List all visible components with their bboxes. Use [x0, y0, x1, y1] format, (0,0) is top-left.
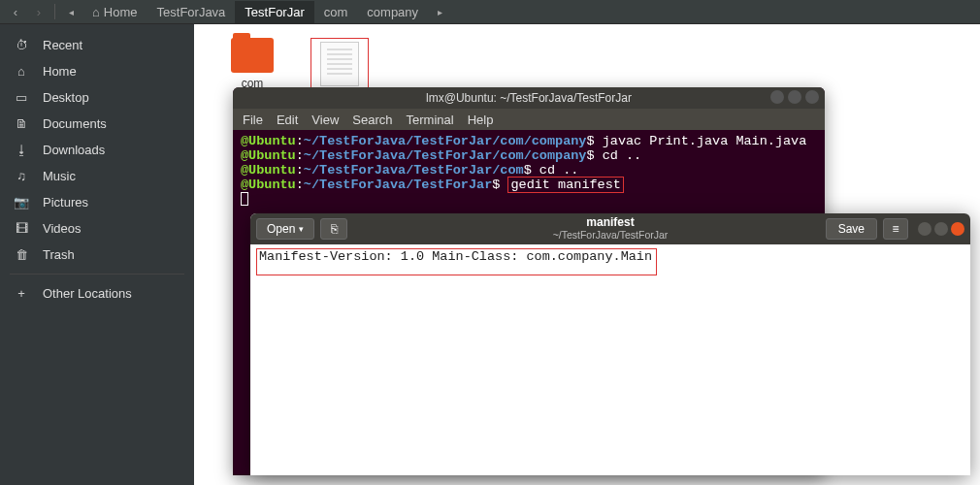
- folder-icon: [231, 38, 274, 73]
- breadcrumb-bar: ‹ › ◂ ⌂Home TestForJava TestForJar com c…: [0, 0, 980, 24]
- crumb-company[interactable]: company: [357, 1, 428, 23]
- home-icon: ⌂: [92, 5, 100, 19]
- path-more-icon[interactable]: ▸: [428, 2, 451, 21]
- new-doc-icon: ⎘: [331, 222, 338, 236]
- crumb-testforjar[interactable]: TestForJar: [235, 1, 313, 23]
- maximize-button[interactable]: [934, 222, 948, 236]
- menu-file[interactable]: File: [243, 113, 263, 127]
- nav-back-button[interactable]: ‹: [4, 2, 27, 21]
- places-sidebar: ⏱Recent ⌂Home ▭Desktop 🗎Documents ⭳Downl…: [0, 24, 194, 485]
- music-icon: ♫: [14, 169, 29, 183]
- gedit-headerbar[interactable]: Open▾ ⎘ manifest ~/TestForJava/TestForJa…: [250, 213, 970, 244]
- sidebar-music[interactable]: ♫Music: [0, 163, 194, 189]
- sidebar-videos[interactable]: 🎞Videos: [0, 215, 194, 242]
- maximize-button[interactable]: [788, 90, 801, 104]
- sidebar-label: Desktop: [43, 90, 89, 105]
- sidebar-label: Documents: [43, 116, 107, 131]
- sidebar-desktop[interactable]: ▭Desktop: [0, 84, 194, 111]
- sidebar-separator: [10, 274, 184, 275]
- sidebar-label: Videos: [43, 221, 82, 236]
- hamburger-menu-button[interactable]: ≡: [883, 218, 908, 240]
- camera-icon: 📷: [14, 195, 29, 210]
- hamburger-icon: ≡: [892, 222, 898, 236]
- plus-icon: +: [14, 286, 29, 301]
- download-icon: ⭳: [14, 143, 29, 157]
- home-icon: ⌂: [14, 64, 29, 79]
- close-button[interactable]: [805, 90, 819, 104]
- sidebar-trash[interactable]: 🗑Trash: [0, 242, 194, 268]
- open-button[interactable]: Open▾: [256, 218, 314, 240]
- sidebar-label: Pictures: [43, 195, 88, 210]
- video-icon: 🎞: [14, 221, 29, 236]
- document-icon: 🗎: [14, 116, 29, 131]
- crumb-testforjava[interactable]: TestForJava: [147, 1, 236, 23]
- save-button[interactable]: Save: [826, 218, 877, 240]
- sidebar-label: Recent: [43, 38, 82, 52]
- gedit-content: Manifest-Version: 1.0 Main-Class: com.co…: [256, 248, 657, 275]
- sidebar-label: Trash: [43, 247, 75, 262]
- clock-icon: ⏱: [14, 38, 29, 52]
- terminal-menubar: File Edit View Search Terminal Help: [233, 109, 825, 130]
- minimize-button[interactable]: [770, 90, 784, 104]
- text-file-icon: [320, 42, 359, 86]
- crumb-com[interactable]: com: [314, 1, 358, 23]
- sidebar-label: Other Locations: [43, 286, 132, 301]
- terminal-output[interactable]: @Ubuntu:~/TestForJava/TestForJar/com/com…: [233, 130, 825, 210]
- nav-forward-button[interactable]: ›: [27, 2, 50, 21]
- sidebar-downloads[interactable]: ⭳Downloads: [0, 137, 194, 163]
- gedit-title: manifest ~/TestForJava/TestForJar: [553, 216, 669, 242]
- gedit-text-area[interactable]: Manifest-Version: 1.0 Main-Class: com.co…: [250, 244, 970, 279]
- desktop-icon: ▭: [14, 90, 29, 105]
- sidebar-recent[interactable]: ⏱Recent: [0, 32, 194, 58]
- minimize-button[interactable]: [918, 222, 931, 236]
- sidebar-label: Music: [43, 169, 76, 183]
- close-button[interactable]: [951, 222, 964, 236]
- gedit-window[interactable]: Open▾ ⎘ manifest ~/TestForJava/TestForJa…: [250, 213, 970, 475]
- crumb-home[interactable]: ⌂Home: [82, 1, 147, 23]
- new-tab-button[interactable]: ⎘: [320, 218, 347, 240]
- terminal-titlebar[interactable]: lmx@Ubuntu: ~/TestForJava/TestForJar: [233, 87, 825, 109]
- sidebar-pictures[interactable]: 📷Pictures: [0, 189, 194, 215]
- terminal-title-text: lmx@Ubuntu: ~/TestForJava/TestForJar: [426, 91, 632, 105]
- trash-icon: 🗑: [14, 247, 29, 262]
- menu-search[interactable]: Search: [352, 113, 392, 127]
- sidebar-other-locations[interactable]: +Other Locations: [0, 280, 194, 307]
- menu-view[interactable]: View: [311, 113, 339, 127]
- menu-terminal[interactable]: Terminal: [407, 113, 454, 127]
- chevron-down-icon: ▾: [299, 224, 304, 234]
- sidebar-label: Downloads: [43, 143, 105, 157]
- sidebar-label: Home: [43, 64, 77, 79]
- path-start-icon[interactable]: ◂: [59, 2, 82, 21]
- menu-edit[interactable]: Edit: [277, 113, 298, 127]
- sidebar-home[interactable]: ⌂Home: [0, 58, 194, 84]
- menu-help[interactable]: Help: [468, 113, 494, 127]
- sidebar-documents[interactable]: 🗎Documents: [0, 111, 194, 137]
